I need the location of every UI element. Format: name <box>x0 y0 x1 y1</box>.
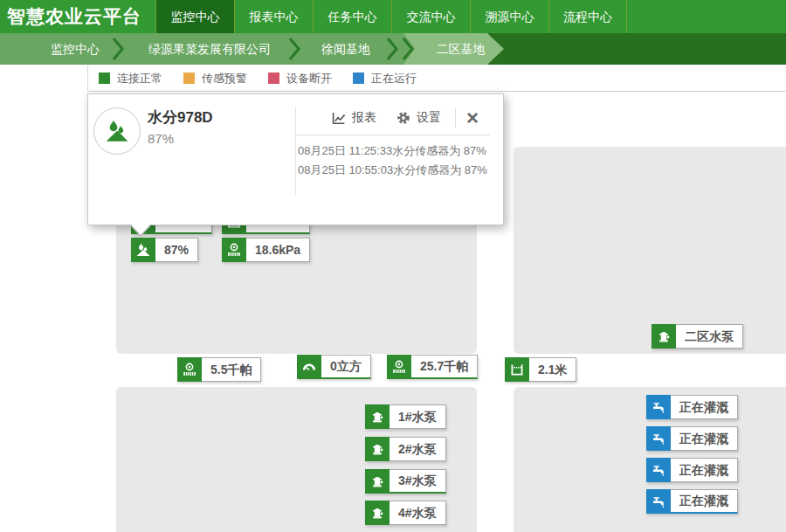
chevron-right-icon <box>386 36 398 66</box>
badge-irrigating-1[interactable]: 正在灌溉 <box>646 395 738 419</box>
badge-moisture-87[interactable]: 87% <box>131 238 198 262</box>
badge-label: 87% <box>155 238 198 262</box>
badge-label: 2.1米 <box>529 357 576 382</box>
gear-icon <box>396 110 411 126</box>
nav-item-task-center[interactable]: 任务中心 <box>313 0 391 33</box>
badge-pressure-25-7[interactable]: 25.7千帕 <box>387 355 478 379</box>
top-navbar: 智慧农业云平台 监控中心 报表中心 任务中心 交流中心 溯源中心 流程中心 <box>0 0 786 33</box>
badge-pump-4[interactable]: 4#水泵 <box>365 501 446 525</box>
nav-item-report-center[interactable]: 报表中心 <box>234 0 313 33</box>
legend-item-sensor-warning: 传感预警 <box>183 71 247 86</box>
pump-icon <box>365 501 390 525</box>
pump-icon <box>365 404 390 429</box>
badge-water-level-2-1[interactable]: 2.1米 <box>505 357 576 382</box>
badge-pump-1[interactable]: 1#水泵 <box>365 404 446 429</box>
badge-label: 正在灌溉 <box>671 426 738 451</box>
legend-swatch-red <box>268 73 279 84</box>
chevron-right-icon <box>288 36 300 66</box>
sensor-title: 水分978D <box>148 107 213 128</box>
badge-pump-zone2[interactable]: 二区水泵 <box>652 324 743 349</box>
report-label: 报表 <box>352 110 376 126</box>
nav-item-communication-center[interactable]: 交流中心 <box>391 0 470 33</box>
sensor-log-entry: 08月25日 11:25:33水分传感器为 87% <box>298 143 503 159</box>
faucet-icon <box>646 458 671 482</box>
badge-label: 25.7千帕 <box>411 355 478 379</box>
flow-meter-icon <box>297 355 321 379</box>
badge-label: 0立方 <box>321 355 371 379</box>
settings-button[interactable]: 设置 <box>396 110 441 126</box>
settings-label: 设置 <box>417 110 441 126</box>
breadcrumb: 监控中心 绿源果菜发展有限公司 徐闻基地 二区基地 <box>0 33 786 65</box>
badge-label: 正在灌溉 <box>671 489 738 514</box>
legend-swatch-orange <box>183 73 195 84</box>
badge-irrigating-3[interactable]: 正在灌溉 <box>646 458 738 482</box>
chevron-right-icon <box>112 36 124 66</box>
water-level-icon <box>505 357 529 382</box>
badge-label: 4#水泵 <box>390 501 446 525</box>
pump-icon <box>365 469 390 494</box>
faucet-icon <box>646 395 671 419</box>
chevron-right-icon <box>402 36 414 66</box>
pressure-icon <box>222 238 246 262</box>
sensor-log-entry: 08月25日 10:55:03水分传感器为 87% <box>298 162 503 178</box>
popup-vertical-divider <box>295 107 296 196</box>
breadcrumb-item-monitoring-center[interactable]: 监控中心 <box>51 33 100 65</box>
pressure-icon <box>177 357 202 382</box>
popup-actions: 报表 设置 × <box>331 108 479 128</box>
nav-item-monitoring-center[interactable]: 监控中心 <box>155 0 234 33</box>
badge-label: 二区水泵 <box>676 324 743 349</box>
pump-icon <box>652 324 676 349</box>
close-icon[interactable]: × <box>466 109 479 127</box>
sensor-popup: 水分978D 87% 报表 设置 × 08月25日 11:25:33水分传感器为… <box>87 93 504 225</box>
badge-label: 正在灌溉 <box>671 395 738 419</box>
badge-label: 1#水泵 <box>390 404 446 429</box>
popup-caret <box>130 224 151 235</box>
app-title: 智慧农业云平台 <box>7 0 141 33</box>
badge-irrigating-4[interactable]: 正在灌溉 <box>646 489 738 514</box>
badge-label: 正在灌溉 <box>671 458 738 482</box>
legend-label: 传感预警 <box>202 71 247 86</box>
breadcrumb-item-xuwen-base[interactable]: 徐闻基地 <box>321 33 370 65</box>
legend-label: 设备断开 <box>286 71 332 86</box>
moisture-icon <box>104 118 130 144</box>
sensor-avatar <box>93 107 141 155</box>
faucet-icon <box>646 426 671 451</box>
legend-swatch-blue <box>353 73 364 84</box>
pressure-icon <box>387 355 411 379</box>
badge-label: 2#水泵 <box>390 437 446 461</box>
badge-irrigating-2[interactable]: 正在灌溉 <box>646 426 738 451</box>
badge-pressure-18-6kpa[interactable]: 18.6kPa <box>222 238 310 262</box>
badge-flow-0[interactable]: 0立方 <box>297 355 371 379</box>
faucet-icon <box>646 489 671 514</box>
legend-item-device-disconnected: 设备断开 <box>268 71 332 86</box>
page: 智慧农业云平台 监控中心 报表中心 任务中心 交流中心 溯源中心 流程中心 监控… <box>0 0 786 532</box>
badge-label: 5.5千帕 <box>202 357 261 382</box>
sensor-value: 87% <box>148 131 174 146</box>
breadcrumb-item-zone2-base-current[interactable]: 二区基地 <box>403 33 504 65</box>
nav-item-process-center[interactable]: 流程中心 <box>548 0 627 33</box>
nav-menu: 监控中心 报表中心 任务中心 交流中心 溯源中心 流程中心 <box>155 0 627 33</box>
badge-pump-3[interactable]: 3#水泵 <box>365 469 446 494</box>
moisture-icon <box>131 238 155 262</box>
chart-icon <box>331 110 347 126</box>
breadcrumb-item-company[interactable]: 绿源果菜发展有限公司 <box>148 33 271 65</box>
legend-label: 正在运行 <box>371 71 417 86</box>
badge-pump-2[interactable]: 2#水泵 <box>365 437 446 461</box>
nav-item-traceability-center[interactable]: 溯源中心 <box>470 0 548 33</box>
badge-label: 18.6kPa <box>246 238 310 262</box>
legend-label: 连接正常 <box>117 71 162 86</box>
report-button[interactable]: 报表 <box>331 110 376 126</box>
popup-action-separator <box>455 108 456 128</box>
badge-pressure-5-5[interactable]: 5.5千帕 <box>177 357 261 382</box>
pump-icon <box>365 437 390 461</box>
legend-item-connected: 连接正常 <box>99 71 162 86</box>
status-legend: 连接正常 传感预警 设备断开 正在运行 <box>87 66 786 92</box>
legend-item-running: 正在运行 <box>353 71 417 86</box>
popup-horizontal-divider <box>296 135 490 135</box>
field-panel-top-right <box>514 147 786 354</box>
legend-swatch-green <box>99 73 110 84</box>
badge-label: 3#水泵 <box>390 469 446 494</box>
